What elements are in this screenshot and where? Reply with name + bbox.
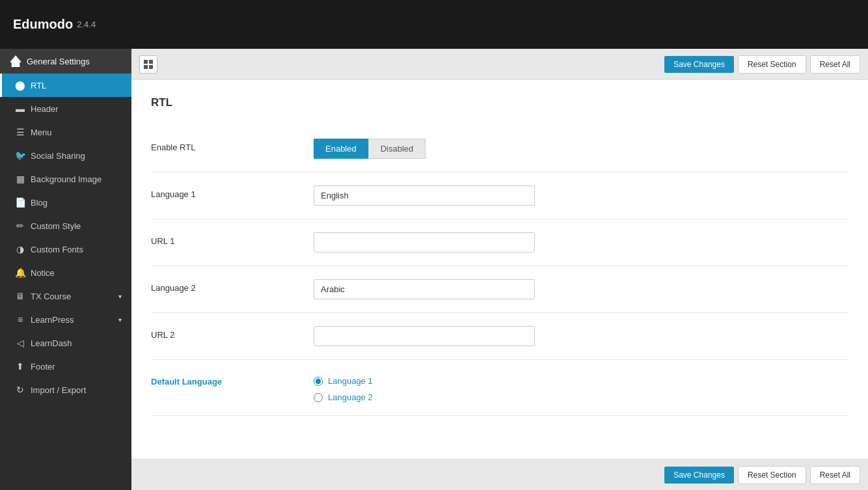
sidebar-item-custom-fonts[interactable]: ◑ Custom Fonts xyxy=(0,238,131,261)
general-settings-label: General Settings xyxy=(27,57,90,66)
radio-item-language1[interactable]: Language 1 xyxy=(314,376,848,386)
background-image-icon: ▦ xyxy=(15,174,25,184)
url2-input[interactable] xyxy=(314,326,535,346)
custom-fonts-icon: ◑ xyxy=(15,244,25,254)
sidebar-item-learndash[interactable]: ◁ LearnDash xyxy=(0,331,131,355)
sidebar-item-label: RTL xyxy=(31,81,46,90)
sidebar-item-label: Background Image xyxy=(31,174,102,184)
sidebar-item-label: LearnPress xyxy=(31,315,74,325)
url1-label: URL 1 xyxy=(151,232,314,246)
menu-icon: ☰ xyxy=(15,127,25,137)
sidebar-item-label: Social Sharing xyxy=(31,151,85,161)
topbar: Edumodo 2.4.4 xyxy=(0,0,868,49)
sidebar-item-label: Notice xyxy=(31,268,55,278)
field-row-language1: Language 1 xyxy=(151,172,848,219)
field-row-language2: Language 2 xyxy=(151,266,848,313)
sidebar-item-background-image[interactable]: ▦ Background Image xyxy=(0,167,131,191)
language1-control xyxy=(314,185,848,206)
sidebar-item-learnpress[interactable]: ≡ LearnPress ▾ xyxy=(0,308,131,331)
content-area: Save Changes Reset Section Reset All RTL… xyxy=(131,49,868,490)
field-row-url1: URL 1 xyxy=(151,219,848,266)
content-inner: RTL Enable RTL Enabled Disabled Language… xyxy=(131,80,868,432)
language2-label: Language 2 xyxy=(151,279,314,293)
radio-language1[interactable] xyxy=(314,377,323,386)
main-layout: General Settings ⬤ RTL ▬ Header ☰ Menu 🐦… xyxy=(0,49,868,490)
default-language-radio-group: Language 1 Language 2 xyxy=(314,376,848,402)
custom-style-icon: ✏ xyxy=(15,221,25,231)
url2-label: URL 2 xyxy=(151,326,314,340)
svg-rect-1 xyxy=(149,60,153,64)
toggle-disabled-button[interactable]: Disabled xyxy=(368,139,426,159)
sidebar-item-label: TX Course xyxy=(31,292,71,301)
sidebar-item-label: Footer xyxy=(31,362,55,372)
toolbar-right: Save Changes Reset Section Reset All xyxy=(664,55,860,74)
toggle-group-rtl: Enabled Disabled xyxy=(314,139,848,159)
enable-rtl-control: Enabled Disabled xyxy=(314,139,848,159)
sidebar-item-label: Menu xyxy=(31,128,52,137)
app-title: Edumodo xyxy=(13,17,73,32)
social-sharing-icon: 🐦 xyxy=(15,150,25,161)
chevron-down-icon: ▾ xyxy=(118,293,122,300)
bottom-toolbar: Save Changes Reset Section Reset All xyxy=(131,459,868,490)
language1-input[interactable] xyxy=(314,185,535,206)
field-row-default-language: Default Language Language 1 Language 2 xyxy=(151,360,848,416)
learnpress-icon: ≡ xyxy=(15,314,25,325)
radio-language2-label: Language 2 xyxy=(328,392,373,402)
chevron-down-icon: ▾ xyxy=(118,316,122,323)
sidebar-item-footer[interactable]: ⬆ Footer xyxy=(0,355,131,378)
header-icon: ▬ xyxy=(15,103,25,114)
sidebar-item-label: Custom Fonts xyxy=(31,245,83,254)
sidebar-item-label: Header xyxy=(31,104,59,114)
notice-icon: 🔔 xyxy=(15,267,25,278)
svg-rect-3 xyxy=(149,65,153,69)
save-changes-button-bottom[interactable]: Save Changes xyxy=(664,467,734,483)
sidebar-item-import-export[interactable]: ↻ Import / Export xyxy=(0,378,131,402)
sidebar-item-menu[interactable]: ☰ Menu xyxy=(0,120,131,144)
reset-all-button-bottom[interactable]: Reset All xyxy=(810,466,860,484)
reset-section-button-bottom[interactable]: Reset Section xyxy=(738,466,806,484)
sidebar-item-label: Custom Style xyxy=(31,221,81,231)
content-scroll: RTL Enable RTL Enabled Disabled Language… xyxy=(131,80,868,459)
radio-language2[interactable] xyxy=(314,393,323,402)
radio-language1-label: Language 1 xyxy=(328,376,373,386)
sidebar-item-label: Blog xyxy=(31,198,47,208)
top-toolbar: Save Changes Reset Section Reset All xyxy=(131,49,868,80)
sidebar: General Settings ⬤ RTL ▬ Header ☰ Menu 🐦… xyxy=(0,49,131,490)
app-version: 2.4.4 xyxy=(77,20,96,29)
field-row-enable-rtl: Enable RTL Enabled Disabled xyxy=(151,126,848,172)
reset-all-button-top[interactable]: Reset All xyxy=(810,55,860,74)
sidebar-item-tx-course[interactable]: 🖥 TX Course ▾ xyxy=(0,284,131,308)
tx-course-icon: 🖥 xyxy=(15,291,25,301)
sidebar-item-rtl[interactable]: ⬤ RTL xyxy=(0,74,131,97)
url1-input[interactable] xyxy=(314,232,535,252)
url1-control xyxy=(314,232,848,252)
sidebar-item-blog[interactable]: 📄 Blog xyxy=(0,191,131,214)
field-row-url2: URL 2 xyxy=(151,313,848,360)
learndash-icon: ◁ xyxy=(15,338,25,348)
sidebar-item-custom-style[interactable]: ✏ Custom Style xyxy=(0,214,131,238)
toggle-enabled-button[interactable]: Enabled xyxy=(314,139,368,159)
radio-item-language2[interactable]: Language 2 xyxy=(314,392,848,402)
footer-icon: ⬆ xyxy=(15,361,25,372)
reset-section-button-top[interactable]: Reset Section xyxy=(738,55,806,74)
home-icon xyxy=(10,55,21,67)
language1-label: Language 1 xyxy=(151,185,314,199)
import-export-icon: ↻ xyxy=(15,385,25,395)
grid-icon-button[interactable] xyxy=(139,55,157,74)
url2-control xyxy=(314,326,848,346)
sidebar-item-header[interactable]: ▬ Header xyxy=(0,97,131,120)
enable-rtl-label: Enable RTL xyxy=(151,139,314,152)
language2-control xyxy=(314,279,848,299)
sidebar-item-label: LearnDash xyxy=(31,338,72,348)
blog-icon: 📄 xyxy=(15,197,25,208)
sidebar-item-label: Import / Export xyxy=(31,385,86,395)
rtl-icon: ⬤ xyxy=(15,80,25,90)
svg-rect-2 xyxy=(144,65,148,69)
sidebar-item-notice[interactable]: 🔔 Notice xyxy=(0,261,131,284)
svg-rect-0 xyxy=(144,60,148,64)
save-changes-button-top[interactable]: Save Changes xyxy=(664,56,734,73)
sidebar-item-social-sharing[interactable]: 🐦 Social Sharing xyxy=(0,144,131,167)
default-language-label: Default Language xyxy=(151,373,314,387)
language2-input[interactable] xyxy=(314,279,535,299)
sidebar-general-settings[interactable]: General Settings xyxy=(0,49,131,74)
